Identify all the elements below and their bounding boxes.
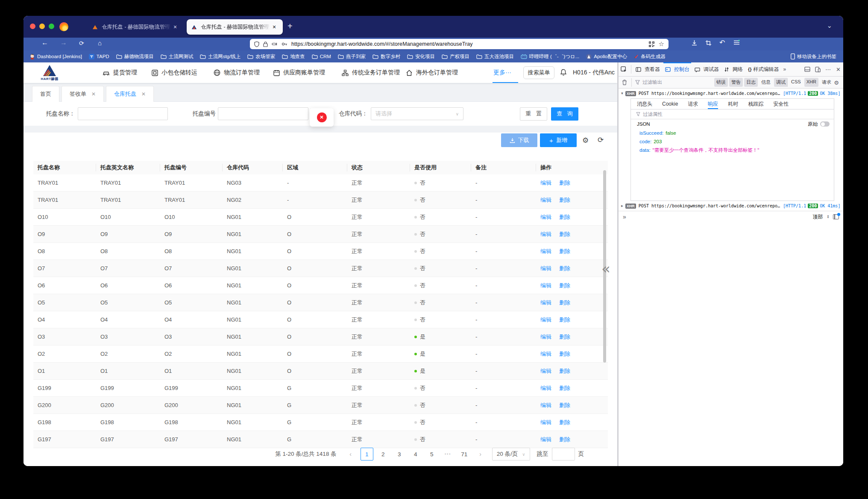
bookmark-item[interactable]: ✓条码生成器 [634, 53, 665, 60]
filter-chip-请求[interactable]: 请求 [820, 78, 833, 87]
delete-link[interactable]: 删除 [559, 316, 570, 324]
delete-link[interactable]: 删除 [559, 230, 570, 238]
table-row[interactable]: O8O8O8NG01O正常否-编辑删除 [33, 243, 608, 260]
pick-element-icon[interactable] [621, 66, 627, 73]
filter-chip-调试[interactable]: 调试 [774, 78, 788, 87]
console-settings-icon[interactable]: ⚙ [834, 80, 839, 86]
table-row[interactable]: O7O7O7NG01O正常否-编辑删除 [33, 260, 608, 277]
add-button[interactable]: + 新增 [540, 133, 577, 147]
bookmark-item[interactable]: 赫德物流项目 [116, 53, 154, 60]
table-row[interactable]: O1O1O1NG01O正常是-编辑删除 [33, 363, 608, 380]
devtools-tab-调试器[interactable]: 调试器 [692, 62, 721, 76]
bookmark-item[interactable]: 地查查 [282, 53, 305, 60]
tab-list-chevron-icon[interactable]: ⌄ [827, 22, 832, 30]
table-row[interactable]: O3O3O3NG01O正常是-编辑删除 [33, 328, 608, 345]
console-filter-input[interactable]: 过滤输出 [642, 79, 662, 86]
user-name[interactable]: H016 - 代伟Anc [573, 62, 615, 83]
edit-link[interactable]: 编辑 [540, 316, 551, 324]
page-number-4[interactable]: 4 [409, 448, 422, 461]
column-header-0[interactable]: 托盘名称 [33, 161, 96, 174]
responsive-mode-icon[interactable] [815, 67, 821, 72]
delete-link[interactable]: 删除 [559, 265, 570, 272]
column-header-2[interactable]: 托盘编号 [160, 161, 223, 174]
devtools-tab-样式编辑器[interactable]: {}样式编辑器 [745, 62, 782, 76]
edit-link[interactable]: 编辑 [540, 384, 551, 392]
table-row[interactable]: G200G200G200NG01G正常否-编辑删除 [33, 397, 608, 414]
bookmark-mobile[interactable]: 移动设备上的书签 [791, 53, 836, 60]
page-tab-签收单[interactable]: 签收单✕ [62, 86, 104, 102]
devtools-tab-查看器[interactable]: 查看器 [633, 62, 663, 76]
close-page-tab-icon[interactable]: ✕ [141, 91, 146, 97]
lock-icon[interactable] [263, 41, 268, 47]
close-tab-icon[interactable]: × [173, 24, 177, 30]
column-header-5[interactable]: 状态 [347, 161, 410, 174]
filter-chip-XHR[interactable]: XHR [804, 78, 818, 87]
bookmark-item[interactable]: 五大连池项目 [476, 53, 514, 60]
browser-tab-2[interactable]: 仓库托盘 - 赫德国际物流管理系统 × [187, 19, 283, 35]
bookmark-item[interactable]: 安化项目 [407, 53, 435, 60]
delete-link[interactable]: 删除 [559, 282, 570, 289]
detail-tab-消息头[interactable]: 消息头 [637, 99, 652, 109]
nav-item-2[interactable]: 物流订单管理 [214, 62, 260, 83]
back-button[interactable]: ← [41, 39, 48, 47]
table-row[interactable]: O10O10O10NG01O正常否-编辑删除 [33, 209, 608, 226]
expand-triangle-icon[interactable]: ▼ [621, 92, 623, 95]
bookmark-item[interactable]: 燕子到家 [338, 53, 366, 60]
filter-chip-日志[interactable]: 日志 [744, 78, 758, 87]
table-row[interactable]: G197G197G197NG01G正常否-编辑删除 [33, 431, 608, 448]
delete-link[interactable]: 删除 [559, 419, 570, 426]
table-row[interactable]: TRAY01TRAY01TRAY01NG03-正常否-编辑删除 [33, 174, 608, 192]
reset-button[interactable]: 重 置 [520, 107, 547, 121]
url-bar[interactable]: https://bookingmgr.hart-worldwide.com/#/… [250, 39, 669, 49]
detail-tab-耗时[interactable]: 耗时 [728, 99, 738, 109]
detail-tab-请求[interactable]: 请求 [688, 99, 698, 109]
editor-mode-icon[interactable] [833, 214, 839, 219]
jump-page-input[interactable] [552, 448, 575, 461]
delete-link[interactable]: 删除 [559, 299, 570, 307]
nav-more[interactable]: 更多··· [493, 62, 511, 83]
page-tab-仓库托盘[interactable]: 仓库托盘✕ [106, 86, 154, 102]
page-number-2[interactable]: 2 [377, 448, 390, 461]
tray-code-input[interactable] [218, 107, 308, 120]
maximize-window-button[interactable] [49, 24, 54, 29]
column-header-1[interactable]: 托盘英文名称 [96, 161, 160, 174]
trash-icon[interactable] [622, 80, 627, 85]
edit-link[interactable]: 编辑 [540, 402, 551, 409]
edit-link[interactable]: 编辑 [540, 248, 551, 255]
edit-link[interactable]: 编辑 [540, 367, 551, 375]
screenshot-icon[interactable] [705, 40, 712, 46]
console-input-row[interactable]: » 顶部 ⇕ [619, 211, 843, 222]
edit-link[interactable]: 编辑 [540, 333, 551, 341]
edit-link[interactable]: 编辑 [540, 213, 551, 221]
search-menu-button[interactable]: 搜索菜单 [523, 66, 554, 79]
hart-logo[interactable]: HART赫德 [35, 64, 64, 81]
edit-link[interactable]: 编辑 [540, 179, 551, 187]
detail-tab-安全性[interactable]: 安全性 [773, 99, 789, 109]
filter-chip-信息[interactable]: 信息 [759, 78, 773, 87]
page-number-1[interactable]: 1 [361, 448, 373, 461]
page-number-5[interactable]: 5 [425, 448, 438, 461]
bell-icon[interactable] [560, 69, 567, 76]
bookmark-item[interactable]: 数字乡村 [372, 53, 400, 60]
page-tab-首页[interactable]: 首页 [32, 86, 59, 102]
nav-item-1[interactable]: 小包仓储转运 [152, 62, 197, 83]
bookmark-item[interactable]: Apollo配置中心 [586, 53, 627, 60]
download-button[interactable]: 下载 [501, 133, 537, 147]
reload-button[interactable]: ⟳ [79, 40, 84, 47]
expand-triangle-icon[interactable]: ▶ [621, 204, 623, 208]
bookmark-item[interactable]: TAPD [89, 54, 109, 59]
collapse-panel-icon[interactable]: « [601, 260, 610, 277]
next-page-icon[interactable]: › [474, 448, 487, 461]
restore-session-icon[interactable]: ↶ [719, 38, 725, 47]
delete-link[interactable]: 删除 [559, 213, 570, 221]
table-row[interactable]: O2O2O2NG01O正常是-编辑删除 [33, 345, 608, 363]
delete-link[interactable]: 删除 [559, 436, 570, 443]
close-window-button[interactable] [30, 24, 35, 29]
refresh-icon[interactable]: ⟳ [598, 136, 604, 145]
shield-icon[interactable] [254, 41, 259, 47]
edit-link[interactable]: 编辑 [540, 419, 551, 426]
page-number-3[interactable]: 3 [393, 448, 406, 461]
delete-link[interactable]: 删除 [559, 350, 570, 358]
browser-tab-1[interactable]: 仓库托盘 - 赫德国际物流管理系统 × [88, 19, 185, 35]
table-row[interactable]: O6O6O6NG01O正常否-编辑删除 [33, 277, 608, 294]
